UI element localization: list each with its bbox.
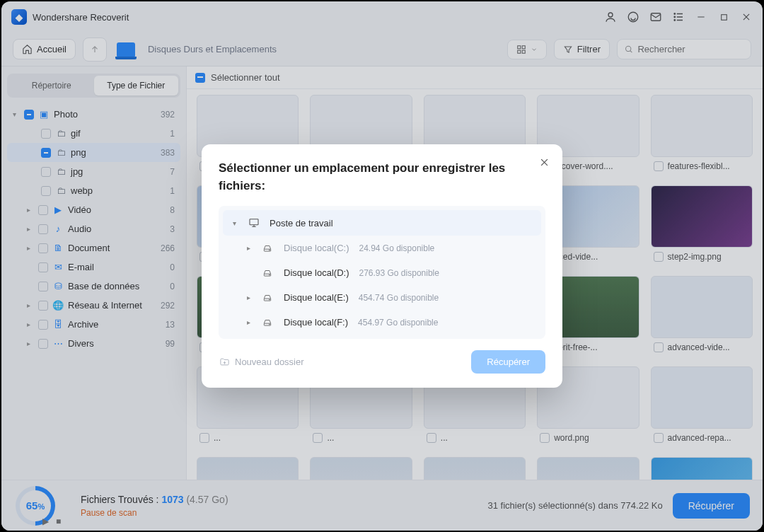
modal-close-button[interactable]	[537, 156, 551, 170]
modal-overlay: Sélectionner un emplacement pour enregis…	[1, 1, 763, 531]
modal-title: Sélectionner un emplacement pour enregis…	[219, 160, 545, 195]
disk-label: Disque local(C:)	[284, 243, 349, 253]
svg-point-27	[269, 274, 270, 275]
location-disk[interactable]: ▸Disque local(F:)454.97 Go disponible	[219, 310, 545, 335]
new-folder-button[interactable]: Nouveau dossier	[219, 357, 304, 367]
disk-label: Disque local(D:)	[284, 267, 349, 278]
disk-available: 276.93 Go disponible	[359, 268, 439, 278]
location-disk[interactable]: Disque local(D:)276.93 Go disponible	[219, 260, 545, 285]
disk-icon	[261, 268, 277, 278]
disk-available: 454.74 Go disponible	[359, 293, 439, 303]
new-folder-label: Nouveau dossier	[235, 357, 304, 367]
svg-point-31	[269, 324, 270, 325]
app-window: ◆ Wondershare Recoverit Accueil Disques …	[1, 1, 763, 531]
location-disk[interactable]: ▸Disque local(E:)454.74 Go disponible	[219, 285, 545, 310]
computer-icon	[247, 217, 262, 229]
disk-label: Disque local(F:)	[284, 317, 348, 328]
svg-point-29	[269, 299, 270, 300]
close-icon	[539, 157, 550, 168]
disk-icon	[261, 243, 277, 253]
location-disk[interactable]: ▸Disque local(C:)24.94 Go disponible	[219, 236, 545, 260]
disk-label: Disque local(E:)	[284, 292, 349, 303]
disk-icon	[261, 318, 277, 328]
location-list: ▾ Poste de travail ▸Disque local(C:)24.9…	[219, 206, 545, 339]
disk-available: 454.97 Go disponible	[358, 318, 438, 328]
location-root[interactable]: ▾ Poste de travail	[223, 210, 541, 236]
new-folder-icon	[219, 357, 231, 367]
svg-point-25	[269, 250, 270, 250]
svg-rect-21	[250, 219, 258, 225]
disk-icon	[261, 293, 277, 303]
modal-recover-button[interactable]: Récupérer	[471, 350, 545, 374]
location-label: Poste de travail	[270, 218, 333, 229]
save-location-modal: Sélectionner un emplacement pour enregis…	[202, 144, 562, 388]
modal-footer: Nouveau dossier Récupérer	[219, 350, 545, 374]
disk-available: 24.94 Go disponible	[359, 243, 434, 253]
